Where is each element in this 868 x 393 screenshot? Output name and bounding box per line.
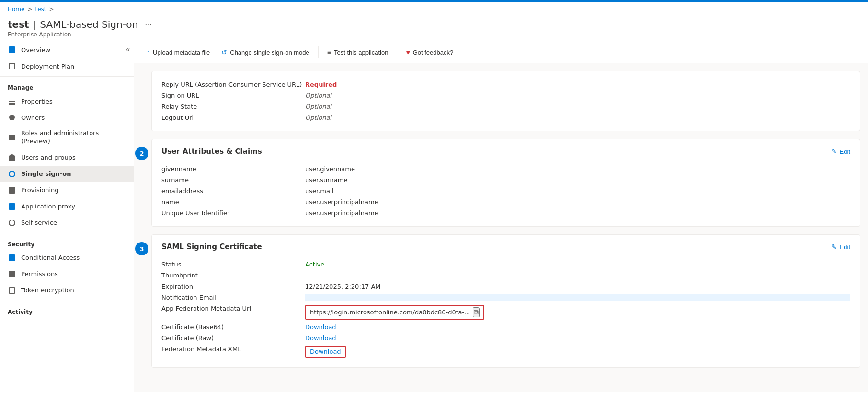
sidebar-label-proxy: Application proxy <box>21 203 75 210</box>
attr-label-surname: surname <box>161 176 305 184</box>
saml-cert-header: SAML Signing Certificate Edit <box>161 243 850 251</box>
token-icon <box>8 286 16 295</box>
breadcrumb-home[interactable]: Home <box>8 6 24 12</box>
proxy-icon <box>8 202 16 211</box>
sidebar-item-ca[interactable]: Conditional Access <box>0 250 134 266</box>
sidebar-label-selfservice: Self-service <box>21 219 57 226</box>
sidebar: Overview Deployment Plan Manage Properti… <box>0 42 134 392</box>
cert-raw-download[interactable]: Download <box>305 335 336 342</box>
main-content: Upload metadata file Change single sign-… <box>134 42 868 392</box>
cert-federation-url-label: App Federation Metadata Url <box>161 305 305 320</box>
field-label-reply: Reply URL (Assertion Consumer Service UR… <box>161 81 305 88</box>
federation-url-box: https://login.microsoftonline.com/da0bdc… <box>305 305 484 320</box>
breadcrumb-test[interactable]: test <box>35 6 46 12</box>
cert-status-row: Status Active <box>161 259 850 270</box>
sidebar-item-token[interactable]: Token encryption <box>0 282 134 299</box>
more-options-button[interactable]: ··· <box>142 18 155 30</box>
sidebar-label-deployment: Deployment Plan <box>21 63 74 70</box>
cert-thumbprint-value <box>305 272 850 279</box>
user-attrs-rows: givenname user.givenname surname user.su… <box>161 163 850 219</box>
cert-notification-label: Notification Email <box>161 294 305 301</box>
feedback-icon <box>406 48 410 56</box>
sidebar-label-properties: Properties <box>21 98 53 105</box>
toolbar-divider-2 <box>397 46 397 58</box>
field-value-reply: Required <box>305 81 850 88</box>
cert-base64-download[interactable]: Download <box>305 324 336 331</box>
saml-cert-wrapper: 3 SAML Signing Certificate Edit Status A… <box>142 234 860 368</box>
sidebar-item-sso[interactable]: Single sign-on <box>0 166 134 182</box>
attr-row-name: name user.userprincipalname <box>161 196 850 208</box>
saml-field-row: Reply URL (Assertion Consumer Service UR… <box>161 79 850 90</box>
sidebar-section-manage: Manage <box>0 79 134 93</box>
sidebar-item-provisioning[interactable]: Provisioning <box>0 182 134 198</box>
sidebar-section-activity: Activity <box>0 303 134 317</box>
field-label-relay: Relay State <box>161 103 305 110</box>
cert-base64-row: Certificate (Base64) Download <box>161 322 850 333</box>
fed-xml-download-box: Download <box>305 346 346 358</box>
sidebar-label-sso: Single sign-on <box>21 170 71 177</box>
sidebar-item-proxy[interactable]: Application proxy <box>0 198 134 215</box>
owners-icon <box>8 113 16 122</box>
sidebar-item-overview[interactable]: Overview <box>0 42 134 58</box>
content-area: Reply URL (Assertion Consumer Service UR… <box>134 63 868 383</box>
fed-xml-download[interactable]: Download <box>310 348 341 355</box>
step-badge-2: 2 <box>135 147 148 160</box>
sidebar-item-owners[interactable]: Owners <box>0 109 134 126</box>
feedback-button[interactable]: Got feedback? <box>401 46 458 59</box>
cert-xml-label: Federation Metadata XML <box>161 346 305 358</box>
sidebar-item-users[interactable]: Users and groups <box>0 150 134 166</box>
ca-icon <box>8 254 16 262</box>
cert-raw-row: Certificate (Raw) Download <box>161 333 850 344</box>
breadcrumb-sep1: > <box>27 6 32 12</box>
field-value-relay: Optional <box>305 103 850 110</box>
attr-row-email: emailaddress user.mail <box>161 185 850 196</box>
sidebar-label-permissions: Permissions <box>21 270 58 277</box>
change-sso-mode-button[interactable]: Change single sign-on mode <box>217 46 314 59</box>
selfservice-icon <box>8 219 16 227</box>
cert-status-label: Status <box>161 261 305 268</box>
field-value-signon: Optional <box>305 92 850 99</box>
sidebar-item-properties[interactable]: Properties <box>0 93 134 109</box>
permissions-icon <box>8 270 16 278</box>
attr-label-givenname: givenname <box>161 165 305 173</box>
user-attrs-wrapper: 2 User Attributes & Claims Edit givennam… <box>142 139 860 227</box>
sidebar-collapse-button[interactable] <box>126 46 130 53</box>
federation-url-value: https://login.microsoftonline.com/da0bdc… <box>310 309 470 316</box>
change-icon <box>221 48 227 56</box>
app-type-label: Enterprise Application <box>0 31 868 42</box>
provisioning-icon <box>8 186 16 195</box>
test-application-button[interactable]: Test this application <box>322 46 393 59</box>
user-attrs-edit-button[interactable]: Edit <box>831 148 850 155</box>
cert-expiration-label: Expiration <box>161 283 305 290</box>
sidebar-item-selfservice[interactable]: Self-service <box>0 215 134 231</box>
overview-icon <box>8 46 16 54</box>
attr-value-email: user.mail <box>305 187 850 195</box>
sidebar-label-users: Users and groups <box>21 154 76 161</box>
feedback-label: Got feedback? <box>413 49 454 56</box>
sidebar-item-permissions[interactable]: Permissions <box>0 266 134 282</box>
breadcrumb-sep2: > <box>49 6 54 12</box>
sidebar-label-provisioning: Provisioning <box>21 186 59 194</box>
sso-icon <box>8 170 16 178</box>
saml-cert-title: SAML Signing Certificate <box>161 243 262 251</box>
sidebar-item-roles[interactable]: Roles and administrators (Preview) <box>0 126 134 150</box>
sidebar-item-deployment[interactable]: Deployment Plan <box>0 58 134 74</box>
main-layout: Overview Deployment Plan Manage Properti… <box>0 42 868 392</box>
attr-row-givenname: givenname user.givenname <box>161 163 850 174</box>
sidebar-label-token: Token encryption <box>21 287 74 294</box>
change-label: Change single sign-on mode <box>230 49 309 56</box>
upload-icon <box>147 48 150 56</box>
upload-metadata-button[interactable]: Upload metadata file <box>142 46 215 59</box>
user-attrs-edit-label: Edit <box>840 148 850 155</box>
field-label-logout: Logout Url <box>161 114 305 121</box>
saml-cert-edit-button[interactable]: Edit <box>831 243 850 251</box>
properties-icon <box>8 97 16 105</box>
cert-federation-url-row: App Federation Metadata Url https://logi… <box>161 303 850 322</box>
breadcrumb: Home > test > <box>0 2 868 16</box>
users-icon <box>8 153 16 162</box>
page-header: test | SAML-based Sign-on ··· <box>0 16 868 31</box>
copy-url-button[interactable] <box>473 307 480 317</box>
cert-expiration-value: 12/21/2025, 2:20:17 AM <box>305 283 850 290</box>
toolbar-divider <box>318 46 319 58</box>
field-label-signon: Sign on URL <box>161 92 305 99</box>
